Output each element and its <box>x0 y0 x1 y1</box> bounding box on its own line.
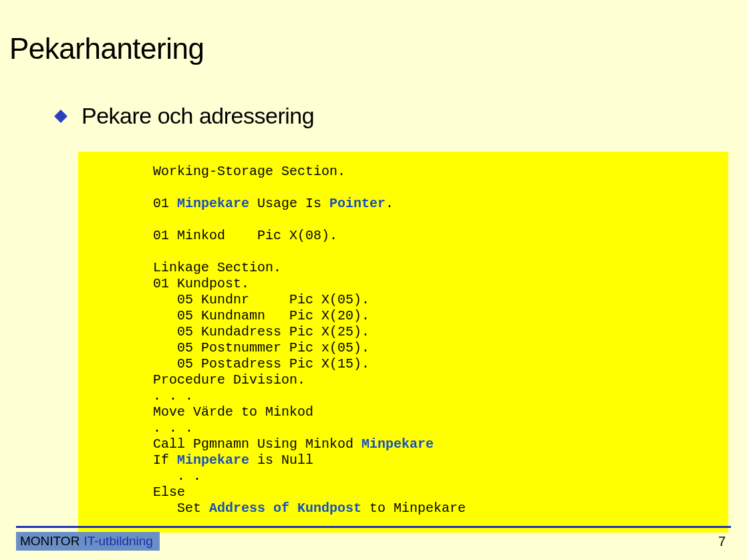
code-line: 01 Minkod Pic X(08). <box>153 228 337 243</box>
code-line: 01 <box>153 196 177 211</box>
code-line: . . <box>153 468 201 484</box>
slide-footer: MONITOR IT-utbildning 7 <box>16 526 731 551</box>
slide-title: Pekarhantering <box>0 0 747 65</box>
code-line: Procedure Division. <box>153 372 305 388</box>
code-line: Working-Storage Section. <box>153 164 345 179</box>
code-line: 05 Kundnamn Pic X(20). <box>153 308 369 323</box>
code-line: 05 Postadress Pic X(15). <box>153 356 369 372</box>
code-line: . . . <box>153 388 193 404</box>
code-line: Set <box>153 501 209 516</box>
code-keyword: Pointer <box>329 196 386 211</box>
footer-brand-primary: MONITOR <box>20 534 80 549</box>
code-line: is Null <box>249 452 313 468</box>
code-line: 01 Kundpost. <box>153 276 249 291</box>
code-line: 05 Postnummer Pic x(05). <box>153 340 369 356</box>
code-line: Else <box>153 484 185 500</box>
code-keyword: Minpekare <box>177 452 249 468</box>
footer-badge: MONITOR IT-utbildning <box>16 532 160 551</box>
code-keyword: Minpekare <box>361 436 434 452</box>
code-line: 05 Kundadress Pic X(25). <box>153 324 369 339</box>
code-line: . <box>386 196 394 211</box>
page-number: 7 <box>718 534 731 549</box>
code-line: to Minpekare <box>361 501 466 516</box>
code-line: Move Värde to Minkod <box>153 404 313 420</box>
footer-row: MONITOR IT-utbildning 7 <box>16 532 731 551</box>
diamond-bullet-icon <box>54 110 67 123</box>
bullet-text: Pekare och adressering <box>82 103 314 129</box>
code-keyword: Minpekare <box>177 196 249 211</box>
code-keyword: Address of Kundpost <box>209 501 361 516</box>
code-line: If <box>153 452 177 468</box>
code-block: Working-Storage Section. 01 Minpekare Us… <box>78 152 728 533</box>
code-line: Call Pgmnamn Using Minkod <box>153 436 361 452</box>
code-line: Usage Is <box>249 196 329 211</box>
footer-divider <box>16 526 731 528</box>
code-line: . . . <box>153 420 193 436</box>
code-line: 05 Kundnr Pic X(05). <box>153 292 369 307</box>
bullet-row: Pekare och adressering <box>0 65 747 129</box>
code-line: Linkage Section. <box>153 260 281 275</box>
footer-brand-secondary: IT-utbildning <box>84 534 153 549</box>
